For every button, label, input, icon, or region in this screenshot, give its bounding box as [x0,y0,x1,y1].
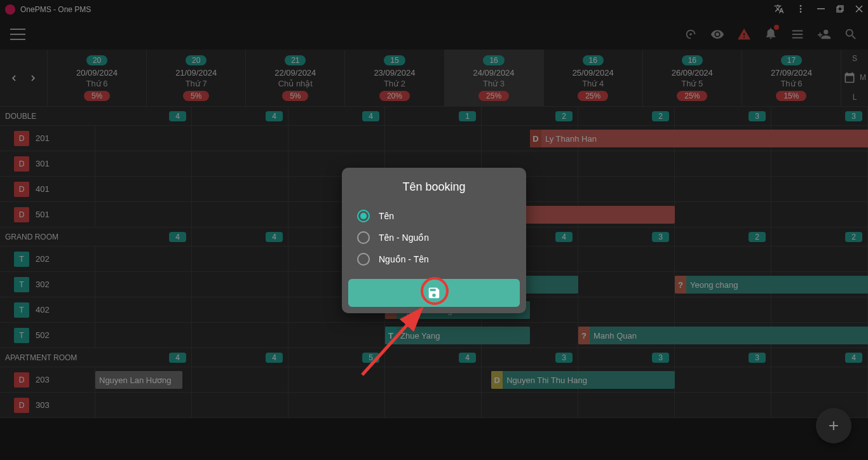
radio-option[interactable]: Tên - Nguồn [342,227,526,248]
save-button[interactable] [348,279,520,307]
radio-indicator [357,253,370,266]
radio-option[interactable]: Nguồn - Tên [342,248,526,270]
radio-label: Tên - Nguồn [379,233,429,243]
radio-indicator [357,231,370,244]
dialog-title: Tên booking [342,180,526,194]
radio-indicator [357,210,370,222]
save-icon [427,286,441,300]
radio-label: Nguồn - Tên [379,254,429,264]
radio-label: Tên [379,211,394,221]
booking-name-dialog: Tên booking TênTên - NguồnNguồn - Tên [342,168,526,313]
radio-option[interactable]: Tên [342,205,526,227]
